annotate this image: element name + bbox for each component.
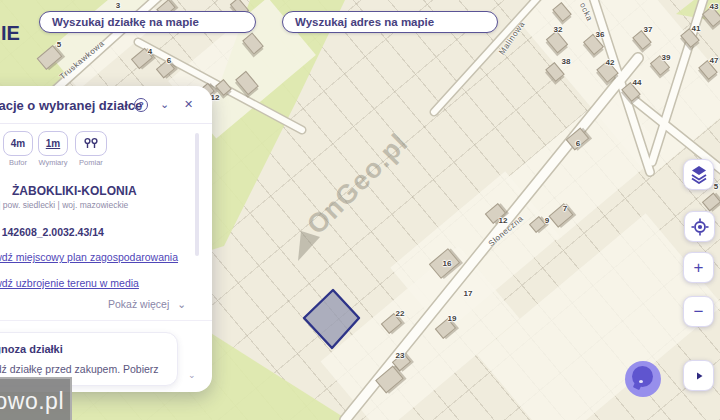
city-label-fragment: IE	[1, 22, 20, 45]
search-parcel-input[interactable]: Wyszukaj działkę na mapie	[39, 11, 256, 33]
panel-divider-2	[0, 320, 212, 321]
chevron-down-icon[interactable]: ⌄	[157, 97, 172, 112]
close-icon[interactable]: ✕	[181, 97, 196, 112]
location-region: Siedlce | pow. siedlecki | woj. mazowiec…	[0, 200, 128, 210]
link-utilities[interactable]: Sprawdź uzbrojenie terenu w media	[0, 277, 139, 289]
prognosis-title: Prognoza działki	[0, 343, 63, 355]
measure-label: Pomiar	[75, 158, 107, 167]
show-more-label: Pokaż więcej	[108, 298, 169, 310]
show-more-button[interactable]: Pokaż więcej ⌄	[108, 298, 186, 310]
panel-scrollbar[interactable]	[195, 133, 199, 256]
zoom-in-button[interactable]: +	[683, 252, 714, 283]
dimensions-value: 1m	[46, 138, 60, 149]
chat-bubble-dot	[639, 380, 643, 383]
corner-watermark-text: owo.pl	[0, 388, 64, 415]
buffer-button[interactable]: 4m	[3, 131, 33, 156]
parcel-number-value: 142608_2.0032.43/14	[2, 226, 104, 238]
search-parcel-label: Wyszukaj działkę na mapie	[52, 16, 199, 28]
layers-icon	[690, 165, 708, 184]
buffer-label: Bufor	[3, 158, 33, 167]
parcel-info-panel: Informacje o wybranej działce ? ⌄ ✕ 4m 1…	[0, 86, 212, 392]
zoom-out-button[interactable]: −	[683, 296, 714, 327]
measure-button[interactable]	[75, 131, 107, 156]
search-address-input[interactable]: Wyszukaj adres na mapie	[282, 11, 498, 33]
parcel-number-row: Nr działki: 142608_2.0032.43/14	[0, 226, 104, 238]
panel-title: Informacje o wybranej działce	[0, 98, 142, 113]
help-icon[interactable]: ?	[134, 98, 148, 112]
location-name: ŻABOKLIKI-KOLONIA	[12, 184, 137, 198]
corner-watermark-box: owo.pl	[0, 377, 72, 420]
search-address-label: Wyszukaj adres na mapie	[295, 16, 434, 28]
layers-button[interactable]	[683, 159, 714, 190]
map-stage[interactable]: 5463123236384244374139434767951216172219…	[0, 0, 720, 420]
locate-icon	[691, 218, 709, 236]
dimensions-button[interactable]: 1m	[38, 131, 68, 156]
dimensions-label: Wymiary	[38, 158, 68, 167]
play-icon	[692, 369, 706, 383]
measure-pins-icon	[83, 137, 99, 151]
show-more-chevron-icon: ⌄	[177, 298, 186, 310]
locate-button[interactable]	[684, 211, 715, 242]
chat-widget-button[interactable]	[625, 361, 661, 397]
panel-divider	[0, 123, 212, 124]
link-zoning-plan[interactable]: Sprawdź miejscowy plan zagospodarowania	[0, 251, 178, 263]
scroll-down-icon[interactable]: ⌄	[188, 370, 196, 380]
prognosis-body: Sprawdź działkę przed zakupem. Pobierz	[0, 363, 159, 375]
play-button[interactable]	[683, 360, 714, 391]
